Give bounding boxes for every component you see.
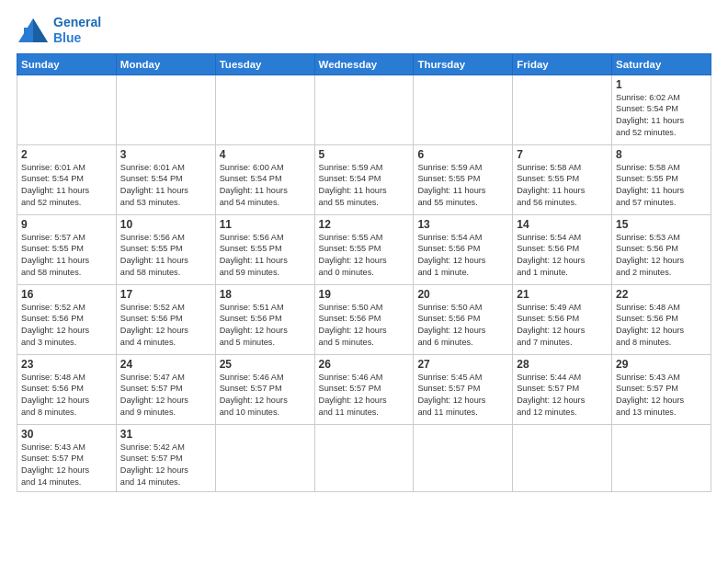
day-number: 21 [517, 288, 608, 301]
day-number: 6 [417, 148, 508, 161]
calendar-cell: 13Sunrise: 5:54 AM Sunset: 5:56 PM Dayli… [414, 214, 513, 284]
weekday-header-saturday: Saturday [612, 53, 711, 75]
day-number: 25 [220, 358, 311, 371]
calendar-cell: 18Sunrise: 5:51 AM Sunset: 5:56 PM Dayli… [215, 284, 314, 354]
calendar-cell: 9Sunrise: 5:57 AM Sunset: 5:55 PM Daylig… [17, 214, 117, 284]
day-number: 7 [517, 148, 608, 161]
day-info: Sunrise: 5:45 AM Sunset: 5:57 PM Dayligh… [417, 372, 508, 419]
calendar-cell: 27Sunrise: 5:45 AM Sunset: 5:57 PM Dayli… [414, 354, 513, 424]
svg-marker-1 [33, 18, 48, 42]
calendar-cell: 21Sunrise: 5:49 AM Sunset: 5:56 PM Dayli… [513, 284, 612, 354]
logo-text: General Blue [53, 15, 101, 46]
day-number: 16 [21, 288, 112, 301]
calendar-cell: 2Sunrise: 6:01 AM Sunset: 5:54 PM Daylig… [17, 144, 117, 214]
calendar-week-2: 2Sunrise: 6:01 AM Sunset: 5:54 PM Daylig… [17, 144, 711, 214]
calendar-cell: 22Sunrise: 5:48 AM Sunset: 5:56 PM Dayli… [612, 284, 711, 354]
weekday-header-tuesday: Tuesday [215, 53, 314, 75]
day-info: Sunrise: 5:51 AM Sunset: 5:56 PM Dayligh… [220, 302, 311, 350]
weekday-header-wednesday: Wednesday [314, 53, 414, 75]
day-info: Sunrise: 6:01 AM Sunset: 5:54 PM Dayligh… [120, 162, 211, 210]
day-info: Sunrise: 6:00 AM Sunset: 5:54 PM Dayligh… [220, 162, 311, 210]
calendar-cell: 24Sunrise: 5:47 AM Sunset: 5:57 PM Dayli… [116, 354, 215, 424]
calendar-cell: 12Sunrise: 5:55 AM Sunset: 5:55 PM Dayli… [314, 214, 414, 284]
calendar-cell: 14Sunrise: 5:54 AM Sunset: 5:56 PM Dayli… [513, 214, 612, 284]
day-number: 19 [319, 288, 410, 301]
calendar-cell: 5Sunrise: 5:59 AM Sunset: 5:54 PM Daylig… [314, 144, 414, 214]
day-number: 2 [21, 148, 112, 161]
calendar-cell [513, 75, 612, 144]
day-number: 12 [319, 218, 410, 231]
calendar-cell: 3Sunrise: 6:01 AM Sunset: 5:54 PM Daylig… [116, 144, 215, 214]
calendar-week-1: 1Sunrise: 6:02 AM Sunset: 5:54 PM Daylig… [17, 75, 711, 144]
day-info: Sunrise: 6:02 AM Sunset: 5:54 PM Dayligh… [616, 92, 707, 140]
day-number: 20 [417, 288, 508, 301]
calendar-cell: 30Sunrise: 5:43 AM Sunset: 5:57 PM Dayli… [17, 424, 117, 492]
day-number: 3 [120, 148, 211, 161]
calendar-cell [612, 424, 711, 492]
day-info: Sunrise: 5:48 AM Sunset: 5:56 PM Dayligh… [21, 372, 112, 419]
calendar-week-5: 23Sunrise: 5:48 AM Sunset: 5:56 PM Dayli… [17, 354, 711, 424]
day-info: Sunrise: 5:43 AM Sunset: 5:57 PM Dayligh… [616, 372, 707, 419]
calendar-cell: 28Sunrise: 5:44 AM Sunset: 5:57 PM Dayli… [513, 354, 612, 424]
calendar-cell: 25Sunrise: 5:46 AM Sunset: 5:57 PM Dayli… [215, 354, 314, 424]
day-number: 22 [616, 288, 707, 301]
day-info: Sunrise: 5:46 AM Sunset: 5:57 PM Dayligh… [319, 372, 410, 419]
calendar-week-6: 30Sunrise: 5:43 AM Sunset: 5:57 PM Dayli… [17, 424, 711, 492]
calendar-cell [215, 424, 314, 492]
day-info: Sunrise: 5:55 AM Sunset: 5:55 PM Dayligh… [319, 232, 410, 280]
calendar-cell: 20Sunrise: 5:50 AM Sunset: 5:56 PM Dayli… [414, 284, 513, 354]
day-number: 10 [120, 218, 211, 231]
weekday-header-monday: Monday [116, 53, 215, 75]
calendar-week-4: 16Sunrise: 5:52 AM Sunset: 5:56 PM Dayli… [17, 284, 711, 354]
day-info: Sunrise: 5:56 AM Sunset: 5:55 PM Dayligh… [220, 232, 311, 280]
day-number: 8 [616, 148, 707, 161]
day-info: Sunrise: 5:57 AM Sunset: 5:55 PM Dayligh… [21, 232, 112, 280]
calendar-cell: 6Sunrise: 5:59 AM Sunset: 5:55 PM Daylig… [414, 144, 513, 214]
calendar-cell: 11Sunrise: 5:56 AM Sunset: 5:55 PM Dayli… [215, 214, 314, 284]
calendar-cell: 19Sunrise: 5:50 AM Sunset: 5:56 PM Dayli… [314, 284, 414, 354]
svg-rect-2 [24, 28, 33, 42]
calendar-cell [414, 75, 513, 144]
calendar-cell [314, 75, 414, 144]
calendar-cell: 29Sunrise: 5:43 AM Sunset: 5:57 PM Dayli… [612, 354, 711, 424]
day-number: 4 [220, 148, 311, 161]
calendar-cell [314, 424, 414, 492]
logo: General Blue [17, 15, 101, 46]
day-info: Sunrise: 5:50 AM Sunset: 5:56 PM Dayligh… [417, 302, 508, 350]
calendar-cell [215, 75, 314, 144]
day-info: Sunrise: 5:52 AM Sunset: 5:56 PM Dayligh… [21, 302, 112, 350]
calendar-week-3: 9Sunrise: 5:57 AM Sunset: 5:55 PM Daylig… [17, 214, 711, 284]
weekday-header-friday: Friday [513, 53, 612, 75]
day-number: 31 [120, 428, 211, 441]
day-info: Sunrise: 5:49 AM Sunset: 5:56 PM Dayligh… [517, 302, 608, 350]
day-info: Sunrise: 5:59 AM Sunset: 5:55 PM Dayligh… [417, 162, 508, 210]
day-info: Sunrise: 5:58 AM Sunset: 5:55 PM Dayligh… [517, 162, 608, 210]
calendar-cell: 10Sunrise: 5:56 AM Sunset: 5:55 PM Dayli… [116, 214, 215, 284]
day-info: Sunrise: 5:50 AM Sunset: 5:56 PM Dayligh… [319, 302, 410, 350]
calendar-cell: 4Sunrise: 6:00 AM Sunset: 5:54 PM Daylig… [215, 144, 314, 214]
day-info: Sunrise: 5:54 AM Sunset: 5:56 PM Dayligh… [517, 232, 608, 280]
calendar-cell: 15Sunrise: 5:53 AM Sunset: 5:56 PM Dayli… [612, 214, 711, 284]
calendar-cell: 16Sunrise: 5:52 AM Sunset: 5:56 PM Dayli… [17, 284, 117, 354]
day-info: Sunrise: 5:52 AM Sunset: 5:56 PM Dayligh… [120, 302, 211, 350]
day-info: Sunrise: 6:01 AM Sunset: 5:54 PM Dayligh… [21, 162, 112, 210]
header: General Blue [17, 15, 711, 46]
calendar-cell [116, 75, 215, 144]
day-info: Sunrise: 5:42 AM Sunset: 5:57 PM Dayligh… [120, 442, 211, 489]
day-number: 13 [417, 218, 508, 231]
day-info: Sunrise: 5:53 AM Sunset: 5:56 PM Dayligh… [616, 232, 707, 280]
day-number: 29 [616, 358, 707, 371]
day-info: Sunrise: 5:54 AM Sunset: 5:56 PM Dayligh… [417, 232, 508, 280]
calendar-cell: 26Sunrise: 5:46 AM Sunset: 5:57 PM Dayli… [314, 354, 414, 424]
weekday-header-sunday: Sunday [17, 53, 117, 75]
day-info: Sunrise: 5:56 AM Sunset: 5:55 PM Dayligh… [120, 232, 211, 280]
day-info: Sunrise: 5:44 AM Sunset: 5:57 PM Dayligh… [517, 372, 608, 419]
page: General Blue SundayMondayTuesdayWednesda… [0, 0, 728, 501]
day-info: Sunrise: 5:47 AM Sunset: 5:57 PM Dayligh… [120, 372, 211, 419]
day-number: 23 [21, 358, 112, 371]
day-info: Sunrise: 5:46 AM Sunset: 5:57 PM Dayligh… [220, 372, 311, 419]
day-number: 18 [220, 288, 311, 301]
day-number: 24 [120, 358, 211, 371]
day-number: 30 [21, 428, 112, 441]
day-number: 15 [616, 218, 707, 231]
